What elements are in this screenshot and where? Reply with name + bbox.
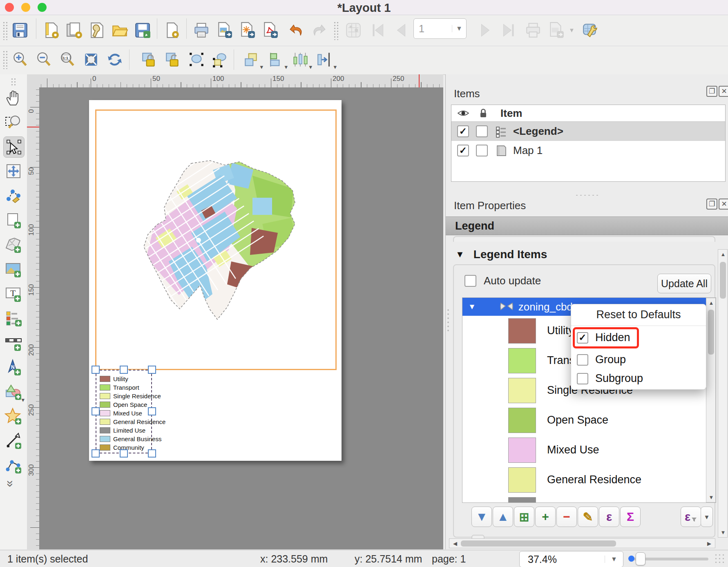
zoom-tool-button[interactable] xyxy=(3,112,24,132)
scroll-right-icon[interactable]: ▶ xyxy=(704,540,714,547)
export-image-button[interactable] xyxy=(214,20,234,40)
add-node-item-button[interactable] xyxy=(3,455,24,475)
items-row-map[interactable]: ✓ Map 1 xyxy=(451,141,725,160)
scroll-up-icon[interactable]: ▲ xyxy=(718,251,728,257)
toolbox-overflow-chevron[interactable]: » xyxy=(4,480,18,487)
save-as-template-button[interactable] xyxy=(132,20,153,40)
print-atlas-button[interactable] xyxy=(523,20,543,40)
items-row-legend[interactable]: ✓ <Legend> xyxy=(451,122,725,141)
legend-edit-button[interactable]: ε xyxy=(599,507,619,527)
layout-page[interactable]: Utility Transport Single Residence xyxy=(89,100,342,461)
add-pages-button[interactable] xyxy=(162,20,182,40)
lock-items-button[interactable] xyxy=(139,49,159,70)
update-all-button[interactable]: Update All xyxy=(657,274,711,293)
selection-handle[interactable] xyxy=(120,449,128,458)
layout-canvas[interactable]: Utility Transport Single Residence xyxy=(39,87,443,549)
print-layout-button[interactable] xyxy=(191,20,212,40)
add-arrow-button[interactable] xyxy=(3,431,24,451)
add-scalebar-button[interactable] xyxy=(3,333,24,353)
window-resize-grip[interactable] xyxy=(714,553,726,565)
toolbar-drag-handle[interactable] xyxy=(2,50,8,69)
legend-item-on-page[interactable]: Utility Transport Single Residence xyxy=(96,370,152,453)
zoom-in-button[interactable] xyxy=(10,49,30,70)
legend-edit-button[interactable]: Σ xyxy=(620,507,641,527)
selection-handle[interactable] xyxy=(148,449,156,458)
new-layout-button[interactable] xyxy=(41,20,61,40)
legend-entry-row[interactable]: Open Space xyxy=(462,405,716,435)
add-label-button[interactable]: T xyxy=(3,284,24,304)
lock-checkbox[interactable] xyxy=(476,125,488,137)
redo-button[interactable] xyxy=(309,20,329,40)
zoom-out-button[interactable] xyxy=(33,49,54,70)
legend-edit-button[interactable]: − xyxy=(556,507,577,527)
export-atlas-button[interactable] xyxy=(546,20,566,40)
add-map-button[interactable] xyxy=(3,234,24,255)
legend-edit-button[interactable]: ▲ xyxy=(493,507,513,527)
selection-handle[interactable] xyxy=(92,407,100,415)
previous-feature-button[interactable] xyxy=(391,20,411,40)
selection-handle[interactable] xyxy=(148,407,156,415)
deselect-all-button[interactable] xyxy=(210,49,230,70)
move-content-tool-button[interactable] xyxy=(3,161,24,181)
legend-entry-row[interactable]: General Residence xyxy=(462,465,716,495)
duplicate-layout-button[interactable] xyxy=(64,20,84,40)
scroll-down-icon[interactable]: ▼ xyxy=(718,529,728,536)
dock-resize-handle[interactable] xyxy=(447,308,450,333)
auto-update-checkbox[interactable] xyxy=(464,275,476,287)
add-north-arrow-button[interactable]: N xyxy=(3,357,24,377)
scroll-down-icon[interactable]: ▼ xyxy=(706,494,716,500)
zoom-actual-button[interactable]: 1:1 xyxy=(57,49,78,70)
panel-resize-handle[interactable] xyxy=(575,194,599,197)
next-feature-button[interactable] xyxy=(476,20,496,40)
save-project-button[interactable] xyxy=(10,20,30,40)
legend-edit-button[interactable]: ✎ xyxy=(578,507,598,527)
menu-item-group[interactable]: Group xyxy=(577,353,626,366)
collapsed-group-strip[interactable] xyxy=(453,236,715,242)
scrollbar-thumb[interactable] xyxy=(720,262,726,299)
toolbar-drag-handle[interactable] xyxy=(2,21,8,40)
select-all-button[interactable] xyxy=(186,49,207,70)
legend-edit-button[interactable]: ▼ xyxy=(471,507,492,527)
add-marker-button[interactable] xyxy=(3,406,24,426)
legend-items-section-header[interactable]: ▼ Legend Items xyxy=(456,248,547,261)
atlas-feature-combo[interactable]: 1 ▼ xyxy=(413,18,467,39)
export-atlas-dropdown[interactable]: ▼ xyxy=(569,27,575,33)
resize-items-button[interactable]: ▾ xyxy=(315,49,335,70)
selection-handle[interactable] xyxy=(92,366,100,374)
float-panel-button[interactable]: ❐ xyxy=(706,86,717,97)
toolbar-drag-handle[interactable] xyxy=(11,78,16,86)
unlock-items-button[interactable] xyxy=(163,49,183,70)
selection-handle[interactable] xyxy=(92,449,100,458)
scroll-up-icon[interactable]: ▲ xyxy=(706,300,716,306)
visibility-checkbox[interactable]: ✓ xyxy=(457,125,469,137)
menu-item-reset-to-defaults[interactable]: Reset to Defaults xyxy=(571,308,706,321)
selection-handle[interactable] xyxy=(120,366,128,374)
legend-edit-button[interactable]: ⊞ xyxy=(514,507,534,527)
subgroup-checkbox[interactable] xyxy=(577,373,588,384)
first-feature-button[interactable] xyxy=(368,20,388,40)
zoom-level-combo[interactable]: 37.4% ▼ xyxy=(519,551,623,567)
add-picture-button[interactable] xyxy=(3,259,24,279)
undo-button[interactable] xyxy=(286,20,306,40)
layout-manager-button[interactable] xyxy=(87,20,107,40)
edit-nodes-tool-button[interactable] xyxy=(3,185,24,206)
expression-filter-button[interactable]: ε xyxy=(681,507,701,527)
export-pdf-button[interactable] xyxy=(260,20,280,40)
raise-items-button[interactable]: ▾ xyxy=(241,49,261,70)
filter-dropdown-button[interactable]: ▼ xyxy=(701,507,713,527)
add-page-button[interactable] xyxy=(3,210,24,230)
selection-handle[interactable] xyxy=(148,366,156,374)
scrollbar-thumb[interactable] xyxy=(708,310,714,355)
legend-edit-button[interactable]: + xyxy=(535,507,556,527)
add-shape-button[interactable]: ▾ xyxy=(3,382,24,402)
align-items-button[interactable]: ▾ xyxy=(266,49,286,70)
open-folder-button[interactable] xyxy=(109,20,130,40)
zoom-slider-handle[interactable] xyxy=(636,552,645,565)
zoom-full-button[interactable] xyxy=(81,49,101,70)
toolbar-drag-handle[interactable] xyxy=(333,21,339,40)
legend-entry-row[interactable]: Mixed Use xyxy=(462,435,716,465)
atlas-preview-button[interactable] xyxy=(343,20,364,40)
expand-triangle-icon[interactable]: ▼ xyxy=(468,302,476,311)
legend-entry-row[interactable]: Limited Use xyxy=(462,495,716,503)
lock-checkbox[interactable] xyxy=(476,145,488,156)
